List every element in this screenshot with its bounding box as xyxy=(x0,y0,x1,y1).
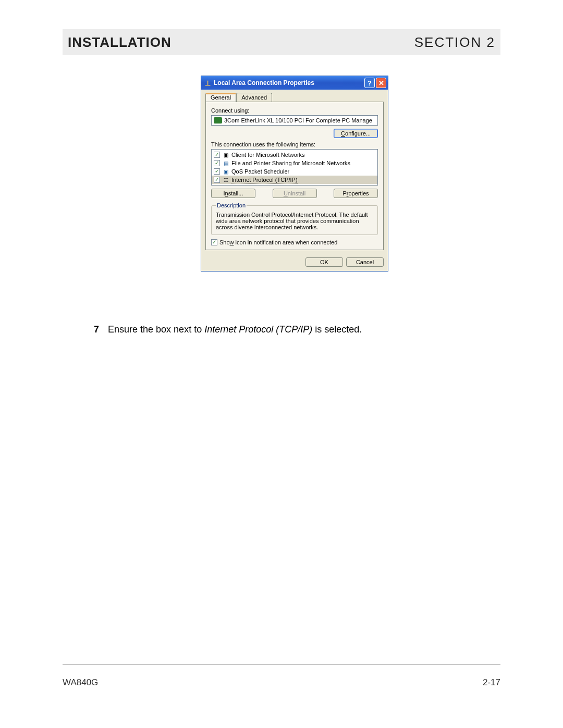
close-button[interactable]: ✕ xyxy=(376,78,386,88)
description-legend: Description xyxy=(216,202,247,208)
client-icon: ▣ xyxy=(222,151,229,158)
header-right: SECTION 2 xyxy=(414,34,495,51)
checkbox-icon[interactable]: ✓ xyxy=(214,152,220,158)
item-label: File and Printer Sharing for Microsoft N… xyxy=(231,160,350,166)
dialog-footer: OK Cancel xyxy=(205,250,384,267)
network-icon: ⊥ xyxy=(203,79,212,87)
list-item[interactable]: ✓ ▤ File and Printer Sharing for Microso… xyxy=(212,159,377,167)
footer-rule xyxy=(63,664,500,664)
adapter-box: 3Com EtherLink XL 10/100 PCI For Complet… xyxy=(211,115,378,126)
share-icon: ▤ xyxy=(222,159,229,167)
help-button[interactable]: ? xyxy=(364,78,375,88)
item-label: QoS Packet Scheduler xyxy=(231,168,289,175)
tab-advanced[interactable]: Advanced xyxy=(236,93,272,102)
step-text-before: Ensure the box next to xyxy=(108,324,204,335)
list-item[interactable]: ✓ ▣ Client for Microsoft Networks xyxy=(212,151,377,159)
uninstall-button: Uninstall xyxy=(273,189,317,198)
dialog-title: Local Area Connection Properties xyxy=(214,79,363,87)
page-footer: WA840G 2-17 xyxy=(63,677,500,688)
list-item-selected[interactable]: ✓ ☵ Internet Protocol (TCP/IP) xyxy=(212,176,377,184)
tab-panel: Connect using: 3Com EtherLink XL 10/100 … xyxy=(205,102,384,250)
list-item[interactable]: ✓ ▣ QoS Packet Scheduler xyxy=(212,167,377,176)
configure-button[interactable]: Configure... xyxy=(334,129,378,138)
properties-dialog: ⊥ Local Area Connection Properties ? ✕ G… xyxy=(201,76,388,272)
checkbox-icon[interactable]: ✓ xyxy=(214,177,220,183)
ok-button[interactable]: OK xyxy=(305,257,343,267)
checkbox-icon[interactable]: ✓ xyxy=(214,160,220,166)
checkbox-icon[interactable]: ✓ xyxy=(211,239,217,245)
properties-button[interactable]: Properties xyxy=(334,189,378,198)
notify-row[interactable]: ✓ Show icon in notification area when co… xyxy=(211,239,378,245)
qos-icon: ▣ xyxy=(222,168,229,175)
items-list[interactable]: ✓ ▣ Client for Microsoft Networks ✓ ▤ Fi… xyxy=(211,149,378,186)
step-text-italic: Internet Protocol (TCP/IP) xyxy=(204,324,312,335)
item-label: Internet Protocol (TCP/IP) xyxy=(231,177,298,183)
step-text-after: is selected. xyxy=(312,324,362,335)
description-text: Transmission Control Protocol/Internet P… xyxy=(216,212,373,230)
dialog-body: General Advanced Connect using: 3Com Eth… xyxy=(201,90,388,271)
page-header: INSTALLATION SECTION 2 xyxy=(63,29,500,55)
tab-strip: General Advanced xyxy=(205,93,384,102)
description-box: Description Transmission Control Protoco… xyxy=(211,202,378,235)
item-buttons: Install... Uninstall Properties xyxy=(211,189,378,198)
tab-general[interactable]: General xyxy=(205,93,236,102)
protocol-icon: ☵ xyxy=(222,176,229,183)
header-left: INSTALLATION xyxy=(68,34,172,51)
footer-model: WA840G xyxy=(63,677,98,688)
notify-label: Show icon in notification area when conn… xyxy=(219,239,337,245)
install-button[interactable]: Install... xyxy=(211,189,255,198)
cancel-button[interactable]: Cancel xyxy=(346,257,384,267)
checkbox-icon[interactable]: ✓ xyxy=(214,168,220,175)
items-label: This connection uses the following items… xyxy=(211,141,378,147)
step-number: 7 xyxy=(94,324,99,335)
connect-using-label: Connect using: xyxy=(211,107,378,114)
titlebar[interactable]: ⊥ Local Area Connection Properties ? ✕ xyxy=(201,76,388,90)
footer-page: 2-17 xyxy=(483,677,500,688)
adapter-name: 3Com EtherLink XL 10/100 PCI For Complet… xyxy=(224,117,372,124)
instruction-step: 7 Ensure the box next to Internet Protoc… xyxy=(94,324,362,335)
nic-icon xyxy=(214,117,222,124)
item-label: Client for Microsoft Networks xyxy=(231,152,305,158)
